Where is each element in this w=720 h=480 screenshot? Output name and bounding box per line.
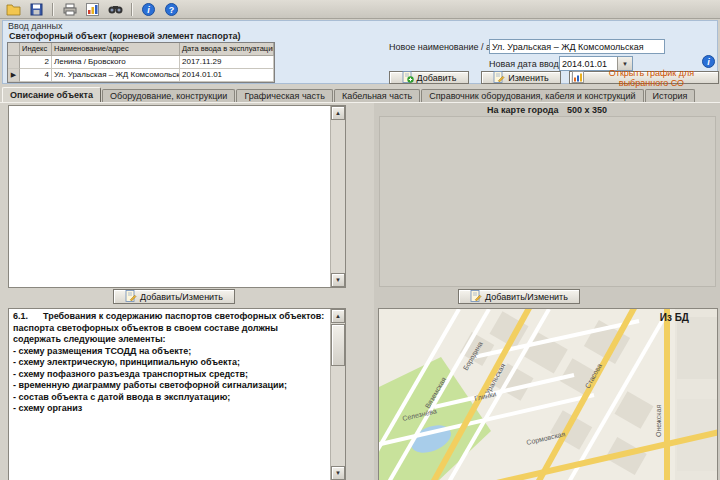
add-button-label: Добавить — [417, 73, 457, 83]
description-textbox[interactable]: ▲ ▼ — [8, 105, 346, 288]
save-icon[interactable] — [26, 1, 47, 18]
scroll-up-icon[interactable]: ▲ — [331, 309, 345, 323]
table-row[interactable]: 2 Ленина / Бровского 2017.11.29 — [8, 56, 274, 69]
cell-date[interactable]: 2017.11.29 — [180, 56, 274, 69]
binoculars-icon[interactable] — [105, 1, 126, 18]
map-size-label: 500 x 350 — [567, 105, 607, 115]
main-toolbar: i ? — [0, 0, 720, 19]
scroll-up-icon[interactable]: ▲ — [331, 106, 345, 120]
scroll-thumb[interactable] — [331, 324, 345, 366]
input-data-groupbox: Ввод данных Светофорный объект (корневой… — [2, 20, 718, 84]
row-selector[interactable] — [8, 56, 20, 69]
form-plus-icon — [402, 71, 414, 85]
left-add-edit-label: Добавить/Изменить — [140, 292, 223, 302]
app-window: i ? Ввод данных Светофорный объект (корн… — [0, 0, 720, 480]
form-pencil-icon — [493, 71, 505, 85]
svg-text:?: ? — [169, 4, 175, 14]
right-add-edit-label: Добавить/Изменить — [485, 292, 568, 302]
cell-index[interactable]: 2 — [20, 56, 52, 69]
row-selector[interactable]: ▶ — [8, 69, 20, 82]
passport-grid[interactable]: Индекс Наименование/адрес Дата ввода в э… — [7, 42, 275, 83]
scrollbar[interactable]: ▲ ▼ — [330, 309, 345, 480]
tab-graphic-part[interactable]: Графическая часть — [236, 89, 333, 102]
requirements-text: 6.1. Требования к содержанию паспортов с… — [9, 309, 330, 480]
add-button[interactable]: Добавить — [389, 71, 469, 84]
table-row-current[interactable]: ▶ 4 Ул. Уральская – ЖД Комсомольская 201… — [8, 69, 274, 82]
city-map-svg: Бородина Вяземская Уральская Глинки Стас… — [379, 309, 718, 480]
map-title: На карте города — [487, 105, 559, 115]
requirements-textbox[interactable]: 6.1. Требования к содержанию паспортов с… — [8, 308, 346, 480]
tabstrip: Описание объекта Оборудование, конструкц… — [2, 87, 696, 102]
cell-name[interactable]: Ленина / Бровского — [52, 56, 180, 69]
scroll-down-icon[interactable]: ▼ — [331, 273, 345, 287]
tab-cable-part[interactable]: Кабельная часть — [334, 89, 420, 102]
graph-icon — [572, 71, 584, 85]
cell-date[interactable]: 2014.01.01 — [180, 69, 274, 82]
tab-reference[interactable]: Справочник оборудования, кабеля и констр… — [421, 89, 643, 102]
street-label-onezhskaya: Онежская — [655, 405, 662, 437]
form-pencil-icon — [470, 290, 482, 304]
info-icon[interactable]: i — [138, 1, 159, 18]
scroll-down-icon[interactable]: ▼ — [331, 466, 345, 480]
toolbar-separator — [52, 3, 54, 16]
open-graph-button[interactable]: Открыть график для выбранного СО — [569, 71, 719, 84]
grid-selector-header — [8, 43, 20, 56]
grid-header-row: Индекс Наименование/адрес Дата ввода в э… — [8, 43, 274, 56]
toolbar-separator — [131, 3, 133, 16]
tab-page-description: ▲ ▼ Добавить/Изменить 6.1. Требования к … — [0, 102, 720, 480]
folder-icon[interactable] — [3, 1, 24, 18]
chart-icon[interactable] — [82, 1, 103, 18]
new-name-input[interactable] — [489, 39, 665, 54]
help-icon[interactable]: ? — [161, 1, 182, 18]
grid-col-name: Наименование/адрес — [52, 43, 180, 56]
grid-col-index: Индекс — [20, 43, 52, 56]
tab-history[interactable]: История — [645, 89, 696, 102]
left-add-edit-button[interactable]: Добавить/Изменить — [113, 289, 235, 304]
current-row-marker-icon: ▶ — [11, 71, 16, 78]
grid-col-date: Дата ввода в эксплуатацию — [180, 43, 274, 56]
tab-equipment-constructions[interactable]: Оборудование, конструкции — [102, 89, 235, 102]
tab-object-description[interactable]: Описание объекта — [2, 87, 101, 102]
scrollbar[interactable]: ▲ ▼ — [330, 106, 345, 287]
print-icon[interactable] — [59, 1, 80, 18]
form-pencil-icon — [125, 290, 137, 304]
edit-button-label: Изменить — [508, 73, 549, 83]
from-db-label: Из БД — [660, 312, 689, 323]
cell-index[interactable]: 4 — [20, 69, 52, 82]
edit-button[interactable]: Изменить — [481, 71, 561, 84]
open-graph-button-label: Открыть график для выбранного СО — [587, 68, 716, 88]
new-date-label: Новая дата ввода — [489, 59, 564, 69]
right-add-edit-button[interactable]: Добавить/Изменить — [458, 289, 580, 304]
cell-name[interactable]: Ул. Уральская – ЖД Комсомольская — [52, 69, 180, 82]
groupbox-title: Ввод данных — [8, 21, 62, 31]
city-map[interactable]: Бородина Вяземская Уральская Глинки Стас… — [378, 308, 718, 480]
groupbox-subtitle: Светофорный объект (корневой элемент пас… — [9, 31, 241, 41]
map-placeholder-panel — [379, 116, 716, 287]
